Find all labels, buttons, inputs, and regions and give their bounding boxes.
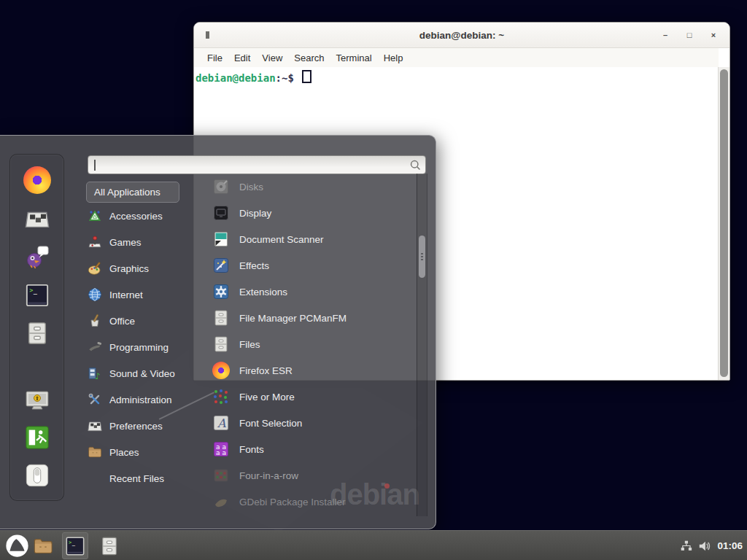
category-places[interactable]: Places xyxy=(86,439,207,465)
app-font-selection[interactable]: Font Selection xyxy=(209,410,415,436)
search-input[interactable] xyxy=(93,158,403,174)
favorite-firefox[interactable] xyxy=(23,166,51,194)
close-button[interactable]: × xyxy=(709,31,718,39)
shut-down-icon xyxy=(25,463,50,488)
app-disks[interactable]: Disks xyxy=(209,174,415,200)
menu-orb-icon xyxy=(5,534,29,558)
taskbar: 01:06 xyxy=(0,530,747,560)
programming-icon xyxy=(88,340,102,354)
administration-icon xyxy=(88,392,102,407)
menu-search[interactable]: Search xyxy=(294,52,324,63)
menu-file[interactable]: File xyxy=(207,52,222,63)
category-accessories[interactable]: Accessories xyxy=(86,203,207,229)
menu-help[interactable]: Help xyxy=(384,52,403,63)
terminal-icon xyxy=(65,536,85,556)
all-applications-label: All Applications xyxy=(94,187,160,198)
category-recent-files[interactable]: Recent Files xyxy=(86,465,207,491)
volume-icon[interactable] xyxy=(698,540,711,553)
category-office[interactable]: Office xyxy=(86,308,207,334)
graphics-icon xyxy=(88,261,102,276)
favorite-control-center[interactable] xyxy=(25,206,50,231)
file-cabinet-icon xyxy=(212,309,230,327)
terminal-scrollbar[interactable] xyxy=(718,67,729,380)
app-display[interactable]: Display xyxy=(209,200,415,226)
places-icon xyxy=(88,445,102,459)
display-icon xyxy=(212,204,230,222)
search-icon xyxy=(409,159,422,171)
category-preferences[interactable]: Preferences xyxy=(86,413,207,439)
terminal-taskbar-button-active[interactable] xyxy=(62,532,88,559)
favorite-pidgin[interactable] xyxy=(24,244,50,270)
games-icon xyxy=(88,235,102,249)
app-gdebi-package-installer[interactable]: GDebi Package Installer xyxy=(209,489,415,515)
favorites-panel xyxy=(9,154,64,501)
app-files[interactable]: Files xyxy=(209,331,415,357)
category-graphics[interactable]: Graphics xyxy=(86,255,207,281)
menu-terminal[interactable]: Terminal xyxy=(336,52,372,63)
category-games[interactable]: Games xyxy=(86,229,207,255)
category-programming[interactable]: Programming xyxy=(86,334,207,360)
terminal-cursor xyxy=(302,70,311,83)
desktop: debian@debian: ~ – □ × File Edit View Se… xyxy=(0,0,747,560)
menu-edit[interactable]: Edit xyxy=(234,52,250,63)
five-or-more-icon xyxy=(212,388,230,405)
menu-scrollbar[interactable] xyxy=(417,174,427,516)
category-sound-video[interactable]: Sound & Video xyxy=(86,360,207,386)
category-administration[interactable]: Administration xyxy=(86,386,207,413)
pidgin-icon xyxy=(24,244,50,270)
control-sliders-icon xyxy=(25,206,50,231)
office-icon xyxy=(88,314,102,328)
menu-scrollbar-thumb[interactable] xyxy=(419,236,425,278)
window-title: debian@debian: ~ xyxy=(194,30,729,41)
terminal-icon xyxy=(25,283,50,308)
favorite-file-cabinet[interactable] xyxy=(25,321,50,346)
app-effects[interactable]: Effects xyxy=(209,252,415,279)
sound-video-icon xyxy=(88,366,102,381)
search-box[interactable] xyxy=(88,155,426,174)
file-cabinet-launcher[interactable] xyxy=(99,536,120,556)
file-cabinet-icon xyxy=(25,321,50,346)
file-cabinet-icon xyxy=(212,335,230,353)
terminal-menubar: File Edit View Search Terminal Help xyxy=(194,48,719,67)
firefox-icon xyxy=(212,362,230,379)
window-controls: – □ × xyxy=(661,23,718,47)
lock-screen-button[interactable] xyxy=(24,387,50,413)
application-list: Disks Display Document Scanner Effects E… xyxy=(209,174,415,515)
app-document-scanner[interactable]: Document Scanner xyxy=(209,226,415,252)
accessories-icon xyxy=(88,209,102,223)
shut-down-button[interactable] xyxy=(25,463,50,488)
clock[interactable]: 01:06 xyxy=(717,540,743,551)
menu-button[interactable] xyxy=(5,534,29,558)
minimize-button[interactable]: – xyxy=(661,31,670,39)
app-four-in-a-row[interactable]: Four-in-a-row xyxy=(209,462,415,489)
application-menu: debian All Applications Accessories Game… xyxy=(0,135,436,529)
extensions-icon xyxy=(212,283,230,300)
text-caret xyxy=(94,160,96,171)
app-extensions[interactable]: Extensions xyxy=(209,279,415,305)
folder-icon xyxy=(32,536,54,556)
all-applications-button[interactable]: All Applications xyxy=(86,182,179,203)
fonts-icon xyxy=(212,440,230,458)
log-out-button[interactable] xyxy=(25,425,50,450)
maximize-button[interactable]: □ xyxy=(685,31,694,39)
terminal-scrollbar-thumb[interactable] xyxy=(720,69,728,377)
system-tray: 01:06 xyxy=(680,531,743,560)
font-selection-icon xyxy=(212,414,230,432)
category-list: Accessories Games Graphics Internet Offi… xyxy=(86,203,207,491)
app-five-or-more[interactable]: Five or More xyxy=(209,384,415,410)
window-icon xyxy=(206,31,209,39)
app-firefox-esr[interactable]: Firefox ESR xyxy=(209,357,415,384)
network-icon[interactable] xyxy=(680,540,692,552)
document-scanner-icon xyxy=(212,230,230,248)
internet-icon xyxy=(88,287,102,302)
app-fonts[interactable]: Fonts xyxy=(209,436,415,462)
app-file-manager-pcmanfm[interactable]: File Manager PCManFM xyxy=(209,305,415,331)
four-in-a-row-icon xyxy=(212,467,230,484)
firefox-icon xyxy=(23,166,51,194)
menu-view[interactable]: View xyxy=(262,52,282,63)
terminal-titlebar[interactable]: debian@debian: ~ – □ × xyxy=(194,23,729,48)
category-internet[interactable]: Internet xyxy=(86,281,207,308)
favorite-terminal[interactable] xyxy=(25,283,50,308)
effects-icon xyxy=(212,257,230,274)
file-manager-launcher[interactable] xyxy=(32,536,54,556)
